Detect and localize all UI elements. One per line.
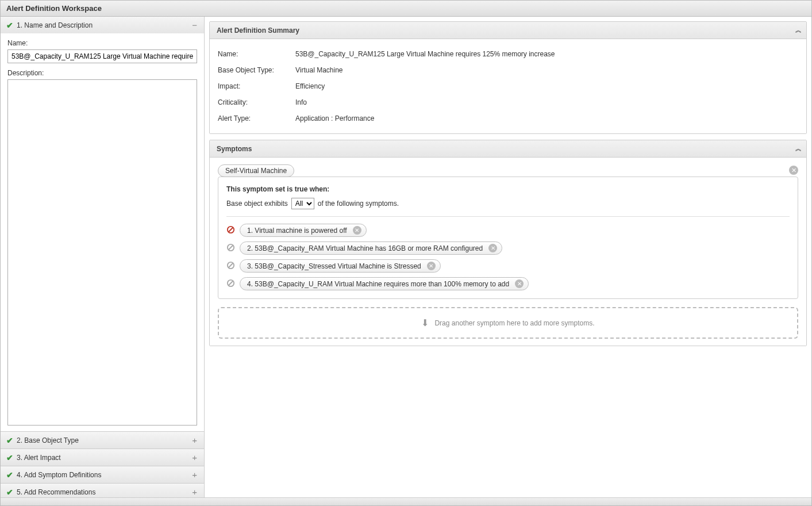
symptom-condition-row: Base object exhibits All of the followin… bbox=[226, 198, 790, 209]
summary-label: Name: bbox=[218, 50, 295, 58]
symptom-row: 3. 53B@_Capacity_Stressed Virtual Machin… bbox=[226, 259, 790, 273]
check-icon: ✔ bbox=[6, 470, 13, 480]
svg-line-3 bbox=[229, 245, 233, 250]
remove-symptom-button[interactable]: ✕ bbox=[353, 226, 361, 235]
collapse-icon: − bbox=[191, 20, 198, 30]
summary-value: Virtual Machine bbox=[295, 66, 343, 74]
symptom-chip[interactable]: 1. Virtual machine is powered off✕ bbox=[240, 224, 367, 237]
remove-symptom-set-button[interactable]: ✕ bbox=[789, 166, 798, 175]
step-5-label: 5. Add Recommendations bbox=[17, 488, 187, 496]
step-2-base-object-type: ✔ 2. Base Object Type + bbox=[1, 432, 204, 449]
svg-line-1 bbox=[229, 227, 233, 232]
symptom-text: 4. 53B@_Capacity_U_RAM Virtual Machine r… bbox=[247, 280, 509, 288]
step-3-label: 3. Alert Impact bbox=[17, 454, 187, 462]
step-1-body: Name: Description: bbox=[1, 33, 204, 431]
chevron-up-icon: ︽ bbox=[795, 26, 799, 34]
step-2-header[interactable]: ✔ 2. Base Object Type + bbox=[1, 432, 204, 448]
symptoms-panel: Symptoms ︽ Self-Virtual Machine ✕ This s… bbox=[209, 140, 807, 346]
summary-row-base-object-type: Base Object Type: Virtual Machine bbox=[218, 62, 798, 78]
content-area: Alert Definition Summary ︽ Name: 53B@_Ca… bbox=[205, 17, 811, 497]
workspace-body: ✔ 1. Name and Description − Name: Descri… bbox=[1, 17, 811, 497]
symptoms-panel-body: Self-Virtual Machine ✕ This symptom set … bbox=[210, 158, 806, 346]
symptom-row: 4. 53B@_Capacity_U_RAM Virtual Machine r… bbox=[226, 277, 790, 290]
condition-suffix: of the following symptoms. bbox=[318, 200, 399, 208]
symptom-set-box: This symptom set is true when: Base obje… bbox=[218, 177, 798, 299]
description-input[interactable] bbox=[7, 79, 197, 425]
symptoms-panel-header[interactable]: Symptoms ︽ bbox=[210, 140, 806, 158]
summary-title: Alert Definition Summary bbox=[217, 26, 795, 34]
expand-icon: + bbox=[191, 453, 198, 462]
summary-panel-body: Name: 53B@_Capacity_U_RAM125 Large Virtu… bbox=[210, 39, 806, 133]
svg-line-5 bbox=[229, 263, 233, 267]
workspace-title: Alert Definition Workspace bbox=[1, 1, 811, 17]
summary-label: Alert Type: bbox=[218, 114, 295, 122]
step-4-add-symptom-definitions: ✔ 4. Add Symptom Definitions + bbox=[1, 466, 204, 484]
step-4-header[interactable]: ✔ 4. Add Symptom Definitions + bbox=[1, 466, 204, 483]
symptom-row: 2. 53B@_Capacity_RAM Virtual Machine has… bbox=[226, 241, 790, 255]
alert-definition-summary-panel: Alert Definition Summary ︽ Name: 53B@_Ca… bbox=[209, 21, 807, 134]
condition-select[interactable]: All bbox=[291, 198, 314, 209]
symptom-drop-zone[interactable]: ⬇ Drag another symptom here to add more … bbox=[218, 307, 798, 339]
arrow-down-icon: ⬇ bbox=[421, 317, 429, 328]
symptom-set-header-row: Self-Virtual Machine ✕ bbox=[218, 164, 798, 177]
check-icon: ✔ bbox=[6, 21, 13, 30]
symptom-set-heading: This symptom set is true when: bbox=[226, 185, 790, 193]
check-icon: ✔ bbox=[6, 436, 13, 445]
prohibit-icon[interactable] bbox=[226, 243, 235, 254]
description-label: Description: bbox=[7, 69, 197, 77]
remove-symptom-button[interactable]: ✕ bbox=[515, 279, 524, 288]
summary-value: Info bbox=[295, 98, 307, 106]
expand-icon: + bbox=[191, 435, 198, 445]
symptom-set-tab[interactable]: Self-Virtual Machine bbox=[218, 164, 294, 177]
drop-hint-text: Drag another symptom here to add more sy… bbox=[434, 319, 594, 327]
step-4-label: 4. Add Symptom Definitions bbox=[17, 471, 187, 479]
step-1-name-description: ✔ 1. Name and Description − Name: Descri… bbox=[1, 17, 204, 432]
expand-icon: + bbox=[191, 470, 198, 480]
symptom-row: 1. Virtual machine is powered off✕ bbox=[226, 224, 790, 237]
condition-prefix: Base object exhibits bbox=[226, 200, 288, 208]
check-icon: ✔ bbox=[6, 453, 13, 462]
prohibit-icon[interactable] bbox=[226, 261, 235, 271]
expand-icon: + bbox=[191, 487, 198, 497]
summary-panel-header[interactable]: Alert Definition Summary ︽ bbox=[210, 22, 806, 39]
step-2-label: 2. Base Object Type bbox=[17, 436, 187, 444]
summary-value: Application : Performance bbox=[295, 114, 374, 122]
step-1-header[interactable]: ✔ 1. Name and Description − bbox=[1, 17, 204, 33]
symptom-text: 2. 53B@_Capacity_RAM Virtual Machine has… bbox=[247, 244, 483, 252]
name-input[interactable] bbox=[7, 49, 197, 63]
symptom-chip[interactable]: 3. 53B@_Capacity_Stressed Virtual Machin… bbox=[240, 259, 441, 273]
svg-line-7 bbox=[229, 281, 233, 285]
remove-symptom-button[interactable]: ✕ bbox=[488, 244, 497, 252]
summary-label: Impact: bbox=[218, 82, 295, 90]
symptom-list: 1. Virtual machine is powered off✕2. 53B… bbox=[226, 224, 790, 290]
summary-row-name: Name: 53B@_Capacity_U_RAM125 Large Virtu… bbox=[218, 46, 798, 62]
summary-label: Base Object Type: bbox=[218, 66, 295, 74]
prohibit-icon[interactable] bbox=[226, 225, 235, 236]
summary-value: 53B@_Capacity_U_RAM125 Large Virtual Mac… bbox=[295, 50, 555, 58]
symptom-text: 1. Virtual machine is powered off bbox=[247, 227, 347, 235]
check-icon: ✔ bbox=[6, 488, 13, 497]
wizard-sidebar: ✔ 1. Name and Description − Name: Descri… bbox=[1, 17, 205, 497]
footer-bar bbox=[1, 497, 811, 505]
summary-row-impact: Impact: Efficiency bbox=[218, 78, 798, 94]
symptoms-title: Symptoms bbox=[217, 145, 795, 153]
divider bbox=[226, 216, 790, 217]
summary-row-alert-type: Alert Type: Application : Performance bbox=[218, 110, 798, 126]
symptom-text: 3. 53B@_Capacity_Stressed Virtual Machin… bbox=[247, 262, 421, 270]
summary-label: Criticality: bbox=[218, 98, 295, 106]
step-3-header[interactable]: ✔ 3. Alert Impact + bbox=[1, 449, 204, 466]
symptom-chip[interactable]: 2. 53B@_Capacity_RAM Virtual Machine has… bbox=[240, 241, 502, 255]
summary-value: Efficiency bbox=[295, 82, 325, 90]
alert-definition-workspace: Alert Definition Workspace ✔ 1. Name and… bbox=[0, 0, 812, 506]
prohibit-icon[interactable] bbox=[226, 279, 235, 289]
summary-row-criticality: Criticality: Info bbox=[218, 94, 798, 110]
remove-symptom-button[interactable]: ✕ bbox=[427, 262, 436, 270]
step-1-label: 1. Name and Description bbox=[17, 21, 187, 29]
chevron-up-icon: ︽ bbox=[795, 144, 799, 153]
step-3-alert-impact: ✔ 3. Alert Impact + bbox=[1, 449, 204, 466]
symptom-chip[interactable]: 4. 53B@_Capacity_U_RAM Virtual Machine r… bbox=[240, 277, 529, 290]
name-label: Name: bbox=[7, 39, 197, 47]
